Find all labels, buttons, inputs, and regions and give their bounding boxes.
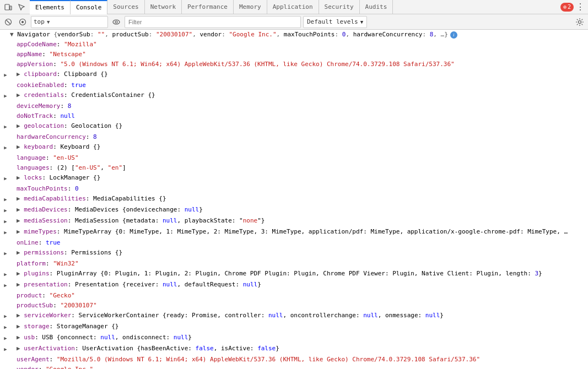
line-text: ▶ presentation: Presentation {receiver: … [17,280,588,289]
console-line: ▶▶ mediaSession: MediaSession {metadata:… [0,216,588,227]
expander-icon[interactable]: ▶ [2,144,9,152]
line-text: platform: "Win32" [17,259,588,268]
console-line: userAgent: "Mozilla/5.0 (Windows NT 6.1;… [0,355,588,365]
line-text: appVersion: "5.0 (Windows NT 6.1; Win64;… [17,60,588,68]
line-text: hardwareConcurrency: 8 [17,133,588,141]
console-line: hardwareConcurrency: 8 [0,132,588,142]
expander-icon[interactable]: ▶ [2,229,9,237]
expander-icon[interactable]: ▶ [2,218,9,226]
expander-icon[interactable]: ▶ [2,175,9,183]
svg-point-6 [113,20,120,24]
expander-icon[interactable]: ▶ [2,270,9,279]
console-line: appVersion: "5.0 (Windows NT 6.1; Win64;… [0,59,588,69]
line-text: vendor: "Google Inc." [17,365,588,369]
console-line: ▶▶ clipboard: Clipboard {} [0,69,588,80]
tab-console[interactable]: Console [71,0,107,14]
line-text: languages: (2) ["en-US", "en"] [17,164,588,172]
console-line: ▶▶ geolocation: Geolocation {} [0,121,588,132]
tab-elements[interactable]: Elements [30,0,71,14]
console-line: ▶▶ usb: USB {onconnect: null, ondisconne… [0,333,588,344]
level-dropdown-arrow: ▼ [360,19,363,25]
devtools-icons [2,1,28,13]
expander-icon[interactable]: ▶ [2,281,9,290]
expander-icon[interactable]: ▶ [2,123,9,131]
context-selector[interactable]: top ▼ [31,16,108,28]
tab-bar: Elements Console Sources Network Perform… [0,0,588,14]
console-toolbar: top ▼ Default levels ▼ [0,14,588,30]
line-text: productSub: "20030107" [17,301,588,310]
line-text: deviceMemory: 8 [17,102,588,110]
line-text: doNotTrack: null [17,112,588,120]
console-line: ▶▶ mediaCapabilities: MediaCapabilities … [0,194,588,205]
console-line: ▶▶ serviceWorker: ServiceWorkerContainer… [0,311,588,322]
expander-icon[interactable]: ▶ [2,92,9,100]
log-level-selector[interactable]: Default levels ▼ [303,16,367,28]
console-line: ▶▶ presentation: Presentation {receiver:… [0,280,588,291]
console-output: ▼ Navigator {vendorSub: "", productSub: … [0,30,588,369]
filter-input[interactable] [125,16,301,28]
line-text: ▶ userActivation: UserActivation {hasBee… [17,344,588,352]
line-text: appName: "Netscape" [17,50,588,58]
console-line: ▶▶ keyboard: Keyboard {} [0,142,588,153]
show-console-sidebar-button[interactable] [110,16,122,28]
console-line: onLine: true [0,238,588,248]
line-text: ▶ clipboard: Clipboard {} [17,70,588,78]
svg-line-3 [7,20,10,24]
line-text: ▶ mediaDevices: MediaDevices {ondevicech… [17,205,588,214]
expander-icon[interactable]: ▶ [2,249,9,258]
tab-security[interactable]: Security [319,0,360,14]
expander-icon[interactable]: ▶ [2,345,9,354]
tab-performance[interactable]: Performance [182,0,234,14]
console-line: ▶▶ plugins: PluginArray {0: Plugin, 1: P… [0,269,588,280]
clear-console-button[interactable] [2,16,14,28]
stop-recording-button[interactable] [17,16,29,28]
context-dropdown-arrow: ▼ [47,19,50,25]
line-text: ▶ serviceWorker: ServiceWorkerContainer … [17,311,588,319]
tab-memory[interactable]: Memory [234,0,267,14]
console-line: ▶▶ mediaDevices: MediaDevices {ondevicec… [0,205,588,216]
console-line: ▶▶ credentials: CredentialsContainer {} [0,90,588,101]
expander-icon[interactable]: ▶ [2,207,9,215]
settings-button[interactable] [574,16,586,28]
line-text: product: "Gecko" [17,291,588,300]
console-line: ▶▶ locks: LockManager {} [0,173,588,184]
console-line: appName: "Netscape" [0,50,588,59]
console-line: ▶▶ mimeTypes: MimeTypeArray {0: MimeType… [0,227,588,238]
line-text: appCodeName: "Mozilla" [17,40,588,48]
tab-application[interactable]: Application [267,0,319,14]
line-text: maxTouchPoints: 0 [17,184,588,193]
line-text: ▶ permissions: Permissions {} [17,248,588,257]
tab-sources[interactable]: Sources [107,0,144,14]
more-options-icon[interactable]: ⋮ [576,2,585,12]
line-text: userAgent: "Mozilla/5.0 (Windows NT 6.1;… [17,355,588,363]
error-count-badge: ⊗ 2 [560,3,574,12]
console-line: doNotTrack: null [0,111,588,121]
svg-rect-1 [10,6,12,10]
line-text: ▶ mediaCapabilities: MediaCapabilities {… [17,194,588,203]
expander-icon[interactable]: ▶ [2,312,9,321]
expander-icon[interactable]: ▶ [2,323,9,332]
expander-icon[interactable]: ▶ [2,196,9,204]
line-text: ▶ mediaSession: MediaSession {metadata: … [17,216,588,225]
console-line: productSub: "20030107" [0,301,588,311]
console-line: appCodeName: "Mozilla" [0,40,588,50]
console-line: maxTouchPoints: 0 [0,184,588,194]
element-picker-icon[interactable] [15,1,28,13]
expander-icon[interactable]: ▶ [2,71,9,79]
tab-network[interactable]: Network [145,0,182,14]
console-line: deviceMemory: 8 [0,101,588,111]
line-text: cookieEnabled: true [17,81,588,89]
line-text: ▶ locks: LockManager {} [17,173,588,182]
console-line: ▶▶ permissions: Permissions {} [0,248,588,259]
line-text: ▶ keyboard: Keyboard {} [17,143,588,151]
console-line: language: "en-US" [0,153,588,163]
device-toggle-icon[interactable] [2,1,14,13]
tab-audits[interactable]: Audits [360,0,393,14]
line-text: language: "en-US" [17,154,588,162]
expander-icon[interactable]: ▶ [2,334,9,343]
line-text: ▶ mimeTypes: MimeTypeArray {0: MimeType,… [17,227,588,236]
console-line: languages: (2) ["en-US", "en"] [0,163,588,173]
svg-point-5 [21,21,24,23]
info-icon: i [450,31,457,39]
console-line: product: "Gecko" [0,291,588,301]
